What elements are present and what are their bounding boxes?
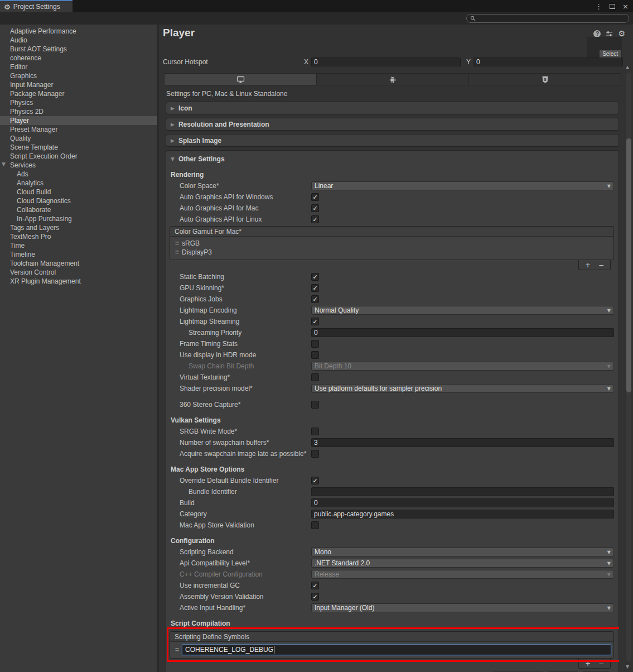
build-field[interactable]: 0 bbox=[311, 498, 614, 507]
sidebar-item-in-app-purchasing[interactable]: In-App Purchasing bbox=[0, 214, 157, 223]
sidebar-item-adaptive-performance[interactable]: Adaptive Performance bbox=[0, 27, 157, 36]
project-settings-tab[interactable]: ⚙ Project Settings bbox=[0, 1, 73, 12]
auto-graphics-api-for-linux-checkbox[interactable]: ✓ bbox=[311, 215, 319, 223]
color-space-dropdown[interactable]: Linear▼ bbox=[311, 181, 614, 190]
setting-label: Virtual Texturing* bbox=[170, 373, 311, 381]
setting-label: Number of swapchain buffers* bbox=[170, 439, 311, 447]
cursor-texture-preview[interactable]: Select bbox=[587, 37, 622, 59]
sidebar-item-cloud-diagnostics[interactable]: Cloud Diagnostics bbox=[0, 196, 157, 205]
sidebar-item-services[interactable]: ▼Services bbox=[0, 161, 157, 170]
scrollbar-thumb[interactable] bbox=[626, 138, 631, 392]
select-texture-button[interactable]: Select bbox=[599, 50, 621, 58]
setting-label: GPU Skinning* bbox=[170, 284, 311, 292]
add-item-button[interactable]: + bbox=[585, 660, 591, 667]
window-menu-icon[interactable]: ⋮ bbox=[595, 2, 602, 11]
sidebar-item-audio[interactable]: Audio bbox=[0, 36, 157, 45]
sidebar-item-player[interactable]: Player bbox=[0, 116, 157, 125]
section-icon[interactable]: ▶Icon bbox=[166, 102, 619, 114]
scripting-backend-dropdown[interactable]: Mono▼ bbox=[311, 548, 614, 556]
sidebar-item-xr-plugin-management[interactable]: XR Plugin Management bbox=[0, 277, 157, 286]
tab-standalone[interactable] bbox=[165, 74, 317, 85]
search-input[interactable] bbox=[478, 15, 617, 22]
srgb-write-mode-checkbox[interactable] bbox=[311, 428, 319, 435]
drag-handle-icon[interactable]: = bbox=[175, 248, 178, 256]
lightmap-streaming-checkbox[interactable]: ✓ bbox=[311, 318, 319, 325]
define-symbol-input[interactable]: COHERENCE_LOG_DEBUG bbox=[182, 644, 611, 655]
streaming-priority-field[interactable]: 0 bbox=[311, 328, 614, 337]
sidebar-item-label: Timeline bbox=[10, 251, 35, 258]
sidebar-item-version-control[interactable]: Version Control bbox=[0, 268, 157, 277]
setting-label: Assembly Version Validation bbox=[170, 593, 311, 601]
gpu-skinning-checkbox[interactable]: ✓ bbox=[311, 284, 319, 292]
sidebar-item-script-execution-order[interactable]: Script Execution Order bbox=[0, 152, 157, 161]
graphics-jobs-checkbox[interactable]: ✓ bbox=[311, 295, 319, 303]
sidebar-item-preset-manager[interactable]: Preset Manager bbox=[0, 125, 157, 134]
api-compatibility-level-dropdown[interactable]: .NET Standard 2.0▼ bbox=[311, 559, 614, 568]
auto-graphics-api-for-mac-checkbox[interactable]: ✓ bbox=[311, 204, 319, 212]
hotspot-y-field[interactable]: 0 bbox=[473, 57, 623, 66]
sidebar-item-coherence[interactable]: coherence bbox=[0, 54, 157, 63]
dropdown-value: Mono bbox=[315, 548, 607, 556]
vertical-scrollbar[interactable]: ▲ ▼ bbox=[625, 61, 632, 670]
virtual-texturing-checkbox[interactable] bbox=[311, 373, 319, 381]
add-item-button[interactable]: + bbox=[585, 262, 591, 268]
window-close-icon[interactable]: × bbox=[622, 2, 629, 11]
use-incremental-gc-checkbox[interactable]: ✓ bbox=[311, 582, 319, 589]
sidebar-item-toolchain-management[interactable]: Toolchain Management bbox=[0, 259, 157, 268]
list-item[interactable]: =DisplayP3 bbox=[170, 248, 613, 257]
mac-app-store-validation-checkbox[interactable] bbox=[311, 521, 319, 529]
use-display-in-hdr-mode-checkbox[interactable] bbox=[311, 351, 319, 359]
other-settings-header[interactable]: ▼ Other Settings bbox=[170, 153, 614, 165]
lightmap-encoding-dropdown[interactable]: Normal Quality▼ bbox=[311, 306, 614, 315]
shader-precision-model-dropdown[interactable]: Use platform defaults for sampler precis… bbox=[311, 384, 614, 393]
override-default-bundle-identifier-checkbox[interactable]: ✓ bbox=[311, 477, 319, 484]
remove-item-button[interactable]: − bbox=[598, 660, 604, 667]
window-maximize-icon[interactable] bbox=[610, 4, 615, 9]
number-of-swapchain-buffers-field[interactable]: 3 bbox=[311, 438, 614, 447]
chevron-down-icon: ▼ bbox=[607, 386, 611, 391]
sidebar-item-ads[interactable]: Ads bbox=[0, 170, 157, 179]
sidebar-item-quality[interactable]: Quality bbox=[0, 134, 157, 143]
sidebar-item-editor[interactable]: Editor bbox=[0, 63, 157, 71]
360-stereo-capture-checkbox[interactable] bbox=[311, 401, 319, 409]
expander-icon[interactable]: ▼ bbox=[2, 161, 6, 167]
assembly-version-validation-checkbox[interactable]: ✓ bbox=[311, 593, 319, 601]
scrollbar-track[interactable] bbox=[626, 73, 631, 661]
gear-icon[interactable]: ⚙ bbox=[618, 30, 625, 37]
frame-timing-stats-checkbox[interactable] bbox=[311, 340, 319, 348]
sidebar-item-physics[interactable]: Physics bbox=[0, 98, 157, 107]
presets-icon[interactable] bbox=[606, 31, 613, 37]
active-input-handling-dropdown[interactable]: Input Manager (Old)▼ bbox=[311, 603, 614, 612]
acquire-swapchain-image-late-as-possible-checkbox[interactable] bbox=[311, 450, 319, 458]
sidebar-item-timeline[interactable]: Timeline bbox=[0, 250, 157, 259]
hotspot-x-field[interactable]: 0 bbox=[311, 57, 461, 66]
bundle-identifier-field[interactable] bbox=[311, 487, 614, 496]
drag-handle-icon[interactable]: = bbox=[175, 239, 178, 247]
section-splash-image[interactable]: ▶Splash Image bbox=[166, 134, 619, 147]
sidebar-item-graphics[interactable]: Graphics bbox=[0, 71, 157, 80]
sidebar-item-analytics[interactable]: Analytics bbox=[0, 179, 157, 188]
category-field[interactable]: public.app-category.games bbox=[311, 510, 614, 519]
scroll-up-icon[interactable]: ▲ bbox=[626, 65, 629, 70]
scroll-down-icon[interactable]: ▼ bbox=[626, 664, 629, 669]
sidebar-item-textmesh-pro[interactable]: TextMesh Pro bbox=[0, 232, 157, 241]
tab-android[interactable] bbox=[317, 74, 469, 85]
sidebar-item-collaborate[interactable]: Collaborate bbox=[0, 205, 157, 214]
sidebar-item-input-manager[interactable]: Input Manager bbox=[0, 80, 157, 89]
sidebar-item-tags-and-layers[interactable]: Tags and Layers bbox=[0, 223, 157, 232]
list-item[interactable]: =sRGB bbox=[170, 239, 613, 248]
section-resolution-and-presentation[interactable]: ▶Resolution and Presentation bbox=[166, 118, 619, 131]
static-batching-checkbox[interactable]: ✓ bbox=[311, 273, 319, 281]
sidebar-item-burst-aot-settings[interactable]: Burst AOT Settings bbox=[0, 45, 157, 54]
sidebar-item-scene-template[interactable]: Scene Template bbox=[0, 143, 157, 152]
help-icon[interactable]: ? bbox=[593, 30, 601, 37]
search-box[interactable] bbox=[466, 14, 629, 23]
tab-webgl[interactable]: 5 bbox=[469, 74, 621, 85]
auto-graphics-api-for-windows-checkbox[interactable]: ✓ bbox=[311, 193, 319, 201]
remove-item-button[interactable]: − bbox=[598, 262, 604, 268]
sidebar-item-package-manager[interactable]: Package Manager bbox=[0, 89, 157, 98]
drag-handle-icon[interactable]: = bbox=[175, 646, 178, 654]
sidebar-item-physics-2d[interactable]: Physics 2D bbox=[0, 107, 157, 116]
sidebar-item-cloud-build[interactable]: Cloud Build bbox=[0, 188, 157, 196]
sidebar-item-time[interactable]: Time bbox=[0, 241, 157, 250]
